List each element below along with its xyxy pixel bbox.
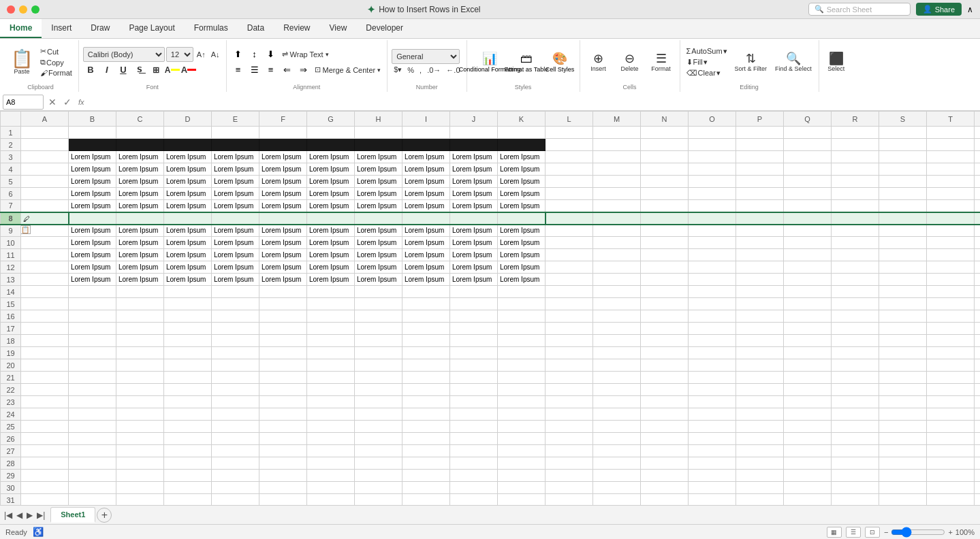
cell[interactable] bbox=[784, 384, 832, 396]
cell[interactable] bbox=[689, 494, 736, 506]
cell[interactable] bbox=[832, 396, 879, 408]
cell[interactable] bbox=[927, 237, 975, 249]
cell[interactable] bbox=[879, 445, 927, 457]
cell[interactable] bbox=[784, 457, 832, 470]
cell[interactable] bbox=[736, 127, 784, 139]
cell[interactable] bbox=[879, 200, 927, 212]
cell[interactable]: Lorem Ipsum bbox=[69, 249, 116, 261]
cell[interactable] bbox=[307, 470, 355, 482]
cell[interactable] bbox=[450, 396, 498, 408]
cell[interactable] bbox=[641, 359, 689, 372]
cell[interactable] bbox=[546, 274, 593, 286]
cell[interactable] bbox=[689, 482, 736, 494]
cell[interactable]: Lorem Ipsum bbox=[69, 274, 116, 286]
col-header-A[interactable]: A bbox=[21, 112, 69, 127]
cell[interactable] bbox=[736, 188, 784, 200]
cell[interactable] bbox=[641, 482, 689, 494]
cell-reference-box[interactable] bbox=[3, 95, 44, 110]
cell[interactable] bbox=[164, 470, 212, 482]
cell[interactable] bbox=[355, 457, 402, 470]
table-row[interactable]: 30 bbox=[1, 482, 981, 494]
cell[interactable]: Lorem Ipsum bbox=[355, 176, 402, 188]
cell[interactable] bbox=[641, 225, 689, 237]
cell[interactable] bbox=[975, 286, 981, 298]
cell[interactable] bbox=[832, 421, 879, 433]
cell[interactable] bbox=[736, 225, 784, 237]
cell[interactable] bbox=[641, 274, 689, 286]
cell[interactable] bbox=[784, 212, 832, 225]
cell[interactable] bbox=[546, 176, 593, 188]
cell[interactable] bbox=[689, 433, 736, 445]
cell[interactable] bbox=[832, 200, 879, 212]
cell[interactable]: Lorem Ipsum bbox=[498, 274, 546, 286]
cell[interactable] bbox=[593, 335, 641, 347]
cell[interactable]: Lorem Ipsum bbox=[116, 274, 164, 286]
cell[interactable]: Lorem Ipsum bbox=[69, 261, 116, 274]
cell[interactable] bbox=[784, 323, 832, 335]
cell[interactable] bbox=[69, 384, 116, 396]
col-header-G[interactable]: G bbox=[307, 112, 355, 127]
cell[interactable] bbox=[402, 421, 450, 433]
cell[interactable] bbox=[307, 323, 355, 335]
cell[interactable] bbox=[641, 347, 689, 359]
cell[interactable] bbox=[689, 396, 736, 408]
cell[interactable] bbox=[832, 433, 879, 445]
cell[interactable] bbox=[879, 188, 927, 200]
cell[interactable] bbox=[736, 298, 784, 310]
cell[interactable]: Lorem Ipsum bbox=[355, 200, 402, 212]
cell[interactable] bbox=[307, 298, 355, 310]
cell[interactable] bbox=[832, 470, 879, 482]
cell[interactable] bbox=[879, 421, 927, 433]
cell[interactable] bbox=[164, 127, 212, 139]
cell[interactable] bbox=[69, 494, 116, 506]
cell[interactable] bbox=[879, 433, 927, 445]
cell[interactable] bbox=[450, 372, 498, 384]
cell[interactable] bbox=[402, 335, 450, 347]
cell[interactable] bbox=[975, 408, 981, 421]
cell[interactable] bbox=[450, 445, 498, 457]
table-row[interactable]: 24 bbox=[1, 408, 981, 421]
cell[interactable] bbox=[832, 176, 879, 188]
cell[interactable] bbox=[736, 347, 784, 359]
cell[interactable] bbox=[975, 274, 981, 286]
sheet-tab-1[interactable]: Sheet1 bbox=[50, 507, 95, 523]
cell[interactable]: Lorem Ipsum bbox=[498, 188, 546, 200]
cell[interactable] bbox=[259, 396, 307, 408]
cell[interactable] bbox=[879, 482, 927, 494]
cell[interactable] bbox=[498, 494, 546, 506]
cell[interactable] bbox=[212, 212, 259, 225]
cell[interactable] bbox=[69, 433, 116, 445]
cell[interactable] bbox=[736, 212, 784, 225]
cell[interactable] bbox=[259, 335, 307, 347]
cell[interactable] bbox=[689, 470, 736, 482]
cell[interactable] bbox=[259, 212, 307, 225]
cell[interactable] bbox=[164, 359, 212, 372]
cell[interactable] bbox=[546, 151, 593, 163]
cell[interactable]: Lorem Ipsum bbox=[259, 176, 307, 188]
cell[interactable] bbox=[450, 494, 498, 506]
cell[interactable]: Lorem Ipsum bbox=[402, 237, 450, 249]
cell[interactable] bbox=[116, 335, 164, 347]
cell[interactable]: Lorem Ipsum bbox=[355, 237, 402, 249]
cell[interactable] bbox=[69, 335, 116, 347]
cell[interactable] bbox=[879, 261, 927, 274]
cell[interactable] bbox=[212, 335, 259, 347]
cell[interactable] bbox=[546, 396, 593, 408]
cell[interactable] bbox=[450, 457, 498, 470]
cell[interactable] bbox=[879, 457, 927, 470]
next-sheet-button[interactable]: ▶ bbox=[25, 510, 34, 520]
cell[interactable] bbox=[832, 372, 879, 384]
cell[interactable]: Lorem Ipsum bbox=[355, 249, 402, 261]
cell[interactable] bbox=[164, 212, 212, 225]
cell[interactable] bbox=[21, 372, 69, 384]
cell[interactable] bbox=[259, 127, 307, 139]
cell[interactable] bbox=[307, 372, 355, 384]
cell[interactable] bbox=[927, 335, 975, 347]
cell[interactable] bbox=[450, 384, 498, 396]
cell[interactable] bbox=[164, 335, 212, 347]
cell[interactable] bbox=[307, 310, 355, 323]
cell[interactable] bbox=[927, 225, 975, 237]
cell[interactable] bbox=[879, 335, 927, 347]
cell[interactable] bbox=[69, 457, 116, 470]
cell[interactable] bbox=[307, 212, 355, 225]
